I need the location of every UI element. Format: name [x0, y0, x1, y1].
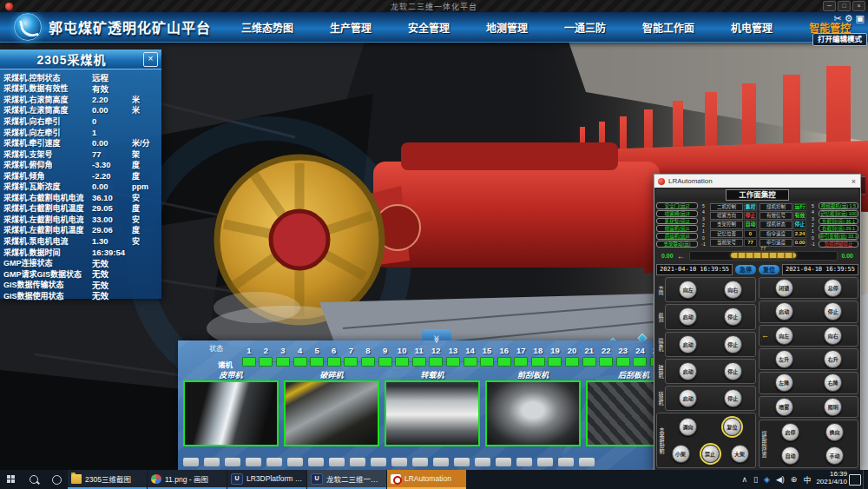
remote-control-button[interactable]: 牵引变频(远) 33.1 — [819, 233, 858, 240]
estop-pill-button[interactable]: 急停 — [735, 265, 756, 274]
film-strip-tile[interactable] — [579, 458, 595, 466]
control-knob[interactable]: 右升 — [824, 350, 842, 368]
nav-item[interactable]: 三维态势图 — [223, 20, 312, 35]
film-strip-tile[interactable] — [433, 458, 449, 466]
remote-control-button[interactable]: 喷雾阀(远)3 — [656, 210, 698, 217]
remote-control-button[interactable]: 支架联动(远) — [656, 241, 698, 248]
notification-center-icon[interactable] — [849, 474, 861, 486]
nav-tool-icon[interactable]: ⚙ — [845, 13, 853, 24]
nav-tool-icon[interactable]: ✂ — [834, 13, 842, 24]
control-knob[interactable]: 调向 — [679, 418, 697, 436]
taskbar-app-button[interactable]: 2305三维截图 — [68, 470, 147, 489]
film-strip-tile[interactable] — [454, 458, 470, 466]
control-knob[interactable]: 右降 — [824, 373, 842, 392]
film-strip-tile[interactable] — [183, 458, 199, 466]
control-knob[interactable]: 启动 — [775, 302, 793, 320]
control-knob[interactable]: 启动 — [679, 335, 697, 354]
remote-control-button[interactable]: 记忆截割(远) 100 — [819, 210, 858, 217]
task-view-button[interactable] — [45, 470, 68, 489]
remote-control-button[interactable]: 前运机(远)1 — [656, 225, 698, 232]
film-strip-tile[interactable] — [350, 458, 365, 466]
film-strip-tile[interactable] — [371, 458, 386, 466]
lrautomation-titlebar[interactable]: LRAutomation × — [654, 175, 860, 188]
control-knob[interactable]: 停止 — [724, 389, 742, 407]
film-strip-tile[interactable] — [266, 458, 282, 466]
film-strip-tile[interactable] — [496, 458, 511, 466]
tray-icon[interactable]: ▯ — [753, 475, 758, 484]
shearer-glyph[interactable] — [731, 253, 796, 258]
film-strip-tile[interactable] — [475, 458, 490, 466]
remote-control-button[interactable]: 后运机(远)0 — [656, 233, 698, 240]
film-strip-tile[interactable] — [558, 458, 574, 466]
control-knob[interactable]: 复位 — [723, 418, 741, 436]
control-knob[interactable]: 左升 — [775, 350, 793, 368]
camera-feed[interactable]: 前刮板机 — [485, 369, 581, 446]
start-button[interactable] — [0, 470, 23, 489]
control-knob[interactable]: 启动 — [679, 362, 697, 380]
lrautomation-close-icon[interactable]: × — [852, 177, 860, 186]
control-knob[interactable]: 小架 — [672, 445, 690, 463]
tray-icon[interactable]: ◀) — [776, 475, 785, 484]
workface-control-tab[interactable]: 工作面集控 — [726, 189, 789, 201]
taskbar-app-button[interactable]: LR3DPlatform - U... — [227, 470, 306, 489]
nav-item[interactable]: 生产管理 — [312, 20, 390, 35]
control-knob[interactable]: 停止 — [724, 362, 742, 380]
camera-feed[interactable]: 皮带机 — [183, 369, 279, 446]
control-knob[interactable]: 手动 — [825, 446, 844, 465]
tray-icon[interactable]: ◈ — [764, 475, 770, 484]
film-strip-tile[interactable] — [516, 458, 532, 466]
shearer-panel-close-icon[interactable]: × — [143, 52, 158, 67]
tray-icon[interactable]: ∧ — [741, 475, 747, 484]
camera-thumbnail[interactable] — [284, 380, 379, 446]
nav-item[interactable]: 机电管理 — [713, 20, 791, 35]
control-knob[interactable]: 照明 — [824, 398, 842, 416]
remote-control-button[interactable]: 乳化泵(远)2 — [656, 218, 698, 225]
reset-pill-button[interactable]: 复位 — [759, 265, 779, 274]
control-knob[interactable]: 启停 — [781, 423, 799, 441]
camera-thumbnail[interactable] — [485, 380, 581, 446]
remote-control-button[interactable]: 右截割(远) 29.1 — [819, 225, 858, 232]
nav-item[interactable]: 地测管理 — [468, 20, 546, 35]
control-knob[interactable]: 闭锁 — [775, 279, 793, 297]
close-button[interactable]: × — [852, 1, 865, 11]
camera-feed[interactable]: 转载机 — [385, 369, 480, 446]
control-knob[interactable]: 向左 — [775, 327, 793, 345]
show-desktop-button[interactable] — [863, 470, 868, 489]
nav-tool-icon[interactable]: ▣ — [856, 13, 865, 24]
remote-control-button[interactable]: 急停闭锁停止 — [819, 241, 858, 248]
film-strip-tile[interactable] — [287, 458, 303, 466]
film-strip-tile[interactable] — [204, 458, 220, 466]
control-knob[interactable]: 自动 — [781, 446, 799, 465]
control-knob[interactable]: 向右 — [824, 327, 842, 345]
camera-thumbnail[interactable] — [385, 380, 480, 446]
taskbar-app-button[interactable]: 11.png - 画图 — [148, 470, 227, 489]
control-knob[interactable]: 左降 — [775, 373, 793, 392]
panel-collapse-tab[interactable]: ≫ — [422, 329, 451, 340]
nav-item[interactable]: 一通三防 — [546, 20, 624, 35]
control-knob[interactable]: 向右 — [724, 281, 742, 299]
taskbar-app-button[interactable]: 龙软二三维一体化... — [307, 470, 386, 489]
maximize-button[interactable]: □ — [838, 1, 851, 11]
film-strip-tile[interactable] — [391, 458, 407, 466]
slider-track[interactable]: 77 — [689, 251, 838, 261]
film-strip-tile[interactable] — [308, 458, 324, 466]
control-knob[interactable]: 总停 — [824, 279, 842, 297]
tray-icon[interactable]: ⊕ — [791, 475, 798, 484]
camera-thumbnail[interactable] — [183, 380, 279, 446]
camera-feed[interactable]: 破碎机 — [284, 369, 379, 446]
film-strip-tile[interactable] — [329, 458, 345, 466]
control-knob[interactable]: 停止 — [724, 335, 742, 354]
open-edit-mode-button[interactable]: 打开编辑模式 — [812, 33, 867, 46]
control-knob[interactable]: 喷雾 — [775, 398, 793, 416]
control-knob[interactable]: 向左 — [679, 281, 697, 299]
taskbar-clock[interactable]: 16:39 2021/4/10 — [816, 470, 849, 489]
taskbar-app-button[interactable]: LRAutomation — [387, 470, 466, 489]
control-knob[interactable]: 换向 — [825, 423, 844, 441]
search-button[interactable] — [23, 470, 45, 489]
nav-item[interactable]: 安全管理 — [390, 20, 468, 35]
film-strip-tile[interactable] — [225, 458, 240, 466]
film-strip-tile[interactable] — [246, 458, 261, 466]
film-strip-tile[interactable] — [412, 458, 428, 466]
control-knob[interactable]: 停止 — [824, 302, 842, 320]
control-knob[interactable]: 大架 — [731, 445, 749, 463]
